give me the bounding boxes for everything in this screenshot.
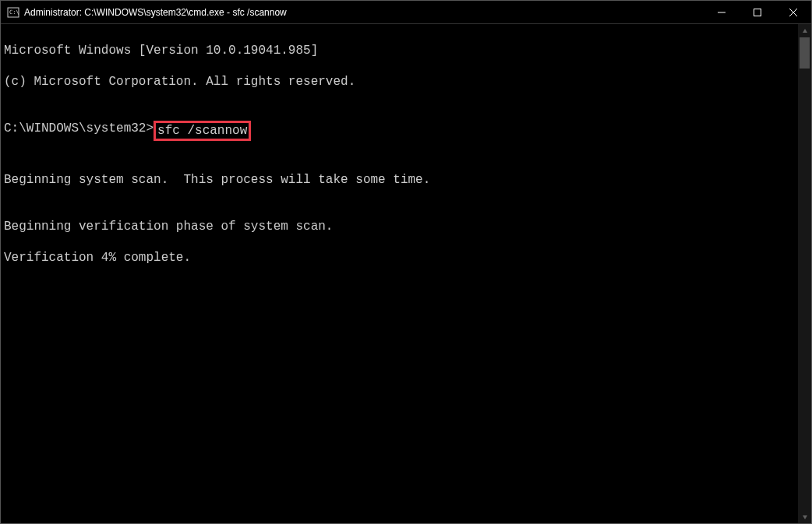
- terminal-line: Verification 4% complete.: [4, 250, 798, 266]
- terminal-line: Microsoft Windows [Version 10.0.19041.98…: [4, 43, 798, 58]
- prompt-path: C:\WINDOWS\system32>: [4, 121, 154, 141]
- scroll-up-arrow[interactable]: [798, 24, 811, 37]
- terminal-line: (c) Microsoft Corporation. All rights re…: [4, 74, 798, 90]
- scroll-thumb[interactable]: [800, 37, 810, 69]
- window-title: Administrator: C:\WINDOWS\system32\cmd.e…: [24, 7, 704, 18]
- terminal-line: Beginning system scan. This process will…: [4, 172, 798, 188]
- command-highlight: sfc /scannow: [154, 121, 251, 141]
- maximize-button[interactable]: [740, 1, 775, 24]
- prompt-command: sfc /scannow: [157, 124, 247, 138]
- window-titlebar[interactable]: C:\ Administrator: C:\WINDOWS\system32\c…: [1, 1, 811, 24]
- window-controls: [704, 1, 811, 23]
- vertical-scrollbar[interactable]: [798, 24, 811, 523]
- svg-marker-7: [803, 515, 807, 519]
- scroll-track[interactable]: [798, 37, 811, 510]
- svg-text:C:\: C:\: [9, 9, 19, 16]
- terminal-output[interactable]: Microsoft Windows [Version 10.0.19041.98…: [1, 24, 798, 523]
- scroll-down-arrow[interactable]: [798, 510, 811, 523]
- terminal-prompt-line: C:\WINDOWS\system32>sfc /scannow: [4, 121, 798, 141]
- cmd-icon: C:\: [7, 6, 19, 19]
- svg-marker-6: [803, 29, 807, 33]
- terminal-line: Beginning verification phase of system s…: [4, 219, 798, 234]
- close-button[interactable]: [775, 1, 811, 24]
- svg-rect-3: [754, 9, 761, 16]
- minimize-button[interactable]: [704, 1, 740, 24]
